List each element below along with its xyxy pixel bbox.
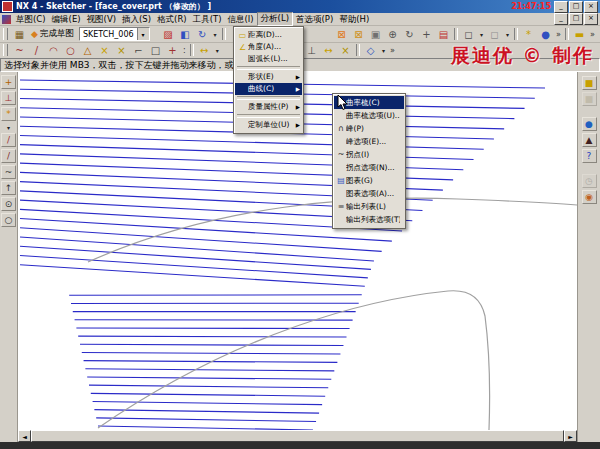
constraint-tool-icon[interactable]: ⊥: [304, 43, 319, 57]
ruler-icon: ▭: [237, 31, 248, 40]
menu-sketch[interactable]: 草图(C): [13, 13, 49, 26]
menu-item-arc-length[interactable]: 圆弧长(L)...: [235, 53, 302, 65]
minimize-button[interactable]: _: [554, 1, 568, 13]
rotate-view-icon[interactable]: ↻: [402, 27, 417, 41]
rectangle-icon[interactable]: □: [148, 43, 163, 57]
menu-information[interactable]: 信息(I): [224, 13, 256, 26]
toolbar-grip[interactable]: [3, 44, 8, 56]
roles-icon[interactable]: ◉: [582, 190, 597, 204]
finish-sketch-button[interactable]: ◆完成草图: [28, 27, 77, 41]
menu-analysis[interactable]: 分析(L): [257, 12, 293, 26]
dimension-dropdown-arrow-icon[interactable]: ▾: [214, 43, 221, 57]
web-browser-icon[interactable]: ●: [582, 117, 597, 131]
orient-view-icon[interactable]: ↻: [195, 27, 210, 41]
wireframe-display-icon[interactable]: ◻: [461, 27, 476, 41]
face-display-icon[interactable]: ◻: [487, 27, 502, 41]
submenu-item-peaks[interactable]: ∩峰(P): [334, 122, 404, 135]
dimension-icon[interactable]: ↔: [197, 43, 212, 57]
snap-point-icon[interactable]: +: [1, 75, 16, 89]
toolbar-overflow-icon[interactable]: :: [183, 46, 186, 55]
menu-item-curve[interactable]: 曲线(C)▶: [235, 83, 302, 95]
more-arrow-icon[interactable]: ▾: [1, 123, 16, 131]
constraint-icon[interactable]: ⊥: [1, 91, 16, 105]
submenu-item-inflection-options[interactable]: 拐点选项(N)...: [334, 161, 404, 174]
quick-extend-icon[interactable]: ×: [114, 43, 129, 57]
shaded-cube-icon[interactable]: ◧: [178, 27, 193, 41]
child-close-button[interactable]: ×: [584, 13, 598, 25]
toolbar-overflow-icon[interactable]: »: [390, 46, 395, 55]
parallel-line-icon[interactable]: /: [1, 149, 16, 163]
trim-extra-icon[interactable]: ×: [338, 43, 353, 57]
submenu-item-graph-options[interactable]: 图表选项(A)...: [334, 187, 404, 200]
scroll-left-icon[interactable]: ◄: [18, 430, 31, 442]
fit-view-icon[interactable]: ⊠: [334, 27, 349, 41]
display-dropdown-arrow-icon[interactable]: ▾: [478, 27, 485, 41]
sketch-display-icon[interactable]: ▦: [12, 27, 27, 41]
submenu-item-peak-options[interactable]: 峰选项(E)...: [334, 135, 404, 148]
fillet-icon[interactable]: +: [165, 43, 180, 57]
shaded-display-icon[interactable]: ▤: [436, 27, 451, 41]
menu-item-custom-units[interactable]: 定制单位(U)▶: [235, 119, 302, 131]
toolbar-overflow-icon[interactable]: »: [556, 30, 561, 39]
snap-toolbar-icon[interactable]: ■: [582, 76, 597, 90]
arrow-up-icon[interactable]: ↑: [1, 181, 16, 195]
child-restore-button[interactable]: □: [569, 13, 583, 25]
corner-icon[interactable]: ⌐: [131, 43, 146, 57]
horizontal-scrollbar[interactable]: ◄ ►: [18, 430, 577, 442]
magnify-region-icon[interactable]: ▣: [368, 27, 383, 41]
constraints-dropdown-arrow-icon[interactable]: ▾: [380, 43, 387, 57]
combo-dropdown-icon[interactable]: ▾: [137, 28, 149, 40]
pan-view-icon[interactable]: +: [419, 27, 434, 41]
arc-icon[interactable]: ◠: [46, 43, 61, 57]
circle-icon[interactable]: ○: [1, 213, 16, 227]
sketch-name-combo[interactable]: SKETCH_006▾: [79, 27, 150, 41]
circle-icon[interactable]: ○: [63, 43, 78, 57]
line-icon[interactable]: /: [1, 133, 16, 147]
menu-insert[interactable]: 插入(S): [119, 13, 154, 26]
child-window-icon[interactable]: [2, 15, 11, 24]
submenu-item-graph[interactable]: ▤图表(G): [334, 174, 404, 187]
scroll-right-icon[interactable]: ►: [564, 430, 577, 442]
preferences-icon[interactable]: *: [521, 27, 536, 41]
menu-format[interactable]: 格式(R): [154, 13, 190, 26]
ruler-tool-icon[interactable]: ▬: [572, 27, 587, 41]
spline-icon[interactable]: ~: [1, 165, 16, 179]
profile-icon[interactable]: ~: [12, 43, 27, 57]
child-window-controls: _ □ ×: [553, 13, 600, 25]
material-icon[interactable]: ●: [538, 27, 553, 41]
submenu-item-output-list[interactable]: ≡输出列表(L): [334, 200, 404, 213]
menu-item-mass-properties[interactable]: 质量属性(P)▶: [235, 101, 302, 113]
restore-button[interactable]: □: [569, 1, 583, 13]
line-icon[interactable]: /: [29, 43, 44, 57]
scroll-thumb[interactable]: [31, 430, 564, 442]
menu-item-shape[interactable]: 形状(E)▶: [235, 71, 302, 83]
zoom-box-icon[interactable]: ⊠: [351, 27, 366, 41]
zoom-in-out-icon[interactable]: ⊕: [385, 27, 400, 41]
training-icon[interactable]: ▲: [582, 133, 597, 147]
quick-trim-icon[interactable]: ×: [97, 43, 112, 57]
menu-view[interactable]: 视图(V): [84, 13, 119, 26]
menu-preferences[interactable]: 首选项(P): [293, 13, 336, 26]
derived-lines-icon[interactable]: △: [80, 43, 95, 57]
toolbar-overflow-icon[interactable]: »: [590, 30, 595, 39]
show-constraints-icon[interactable]: ◇: [363, 43, 378, 57]
menu-help[interactable]: 帮助(H): [336, 13, 372, 26]
submenu-item-output-list-options[interactable]: 输出列表选项(T)...: [334, 213, 404, 226]
child-minimize-button[interactable]: _: [554, 13, 568, 25]
help-icon[interactable]: ?: [582, 149, 597, 163]
circle-center-icon[interactable]: ⊙: [1, 197, 16, 211]
face-dropdown-arrow-icon[interactable]: ▾: [504, 27, 511, 41]
menu-item-angle[interactable]: ∠角度(A)...: [235, 41, 302, 53]
update-model-icon[interactable]: ▨: [161, 27, 176, 41]
auto-dimension-icon[interactable]: ↔: [321, 43, 336, 57]
star-point-icon[interactable]: *: [1, 107, 16, 121]
submenu-item-inflections[interactable]: ~拐点(I): [334, 148, 404, 161]
close-button[interactable]: ×: [584, 1, 598, 13]
more-options-arrow-icon[interactable]: ▾: [212, 27, 219, 41]
menu-tools[interactable]: 工具(T): [190, 13, 225, 26]
toolbar-grip[interactable]: [3, 28, 8, 40]
curvature-comb-line: [96, 418, 316, 422]
menu-edit[interactable]: 编辑(E): [49, 13, 84, 26]
menu-item-distance[interactable]: ▭距离(D)...: [235, 29, 302, 41]
submenu-arrow-icon: ▶: [296, 74, 300, 80]
